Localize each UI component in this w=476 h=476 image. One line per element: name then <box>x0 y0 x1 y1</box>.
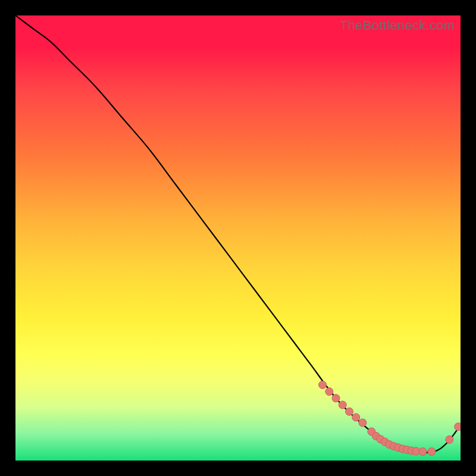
data-marker <box>352 414 360 421</box>
data-marker <box>346 408 353 415</box>
data-marker <box>419 448 427 456</box>
chart-container: TheBottleneck.com <box>0 0 476 476</box>
data-marker <box>339 401 346 409</box>
data-marker <box>428 448 436 456</box>
data-marker <box>455 423 461 431</box>
data-marker <box>325 388 333 396</box>
watermark-text: TheBottleneck.com <box>340 18 455 33</box>
chart-overlay <box>15 15 461 461</box>
data-marker <box>446 436 453 443</box>
data-marker <box>332 394 340 402</box>
data-marker <box>319 381 327 389</box>
plot-area: TheBottleneck.com <box>15 15 461 461</box>
markers-group <box>319 381 461 455</box>
data-marker <box>359 419 367 427</box>
bottleneck-curve <box>15 15 461 453</box>
